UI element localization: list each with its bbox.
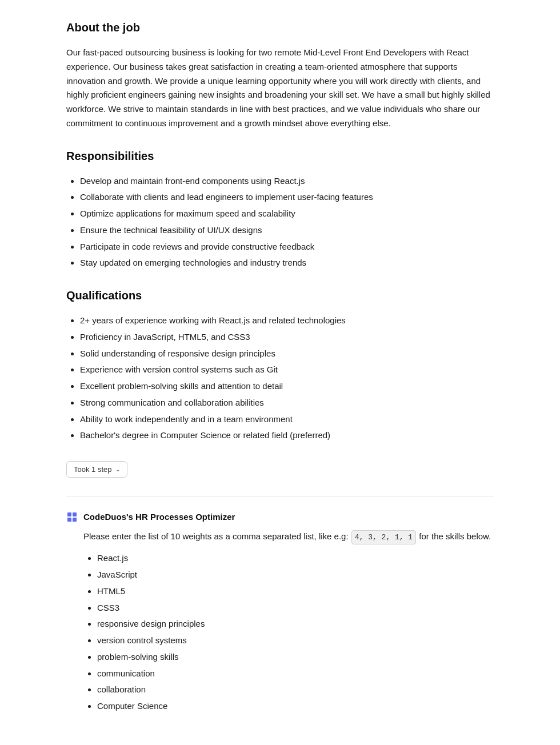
svg-rect-1 (73, 512, 77, 516)
list-item: Computer Science (97, 699, 494, 714)
section-divider (66, 496, 494, 496)
svg-rect-3 (73, 518, 77, 522)
responsibilities-list: Develop and maintain front-end component… (66, 174, 494, 271)
list-item: HTML5 (97, 584, 494, 599)
optimizer-section: CodeDuos's HR Processes Optimizer Please… (66, 510, 494, 718)
list-item: CSS3 (97, 601, 494, 615)
example-code: 4, 3, 2, 1, 1 (351, 530, 416, 544)
optimizer-skills-list: React.js JavaScript HTML5 CSS3 responsiv… (83, 551, 494, 714)
responsibilities-heading: Responsibilities (66, 147, 494, 165)
about-description: Our fast-paced outsourcing business is l… (66, 46, 494, 131)
list-item: 2+ years of experience working with Reac… (80, 314, 494, 328)
chevron-down-icon: ⌄ (115, 466, 120, 472)
description-before: Please enter the list of 10 weights as a… (83, 531, 349, 541)
about-heading: About the job (66, 18, 494, 37)
list-item: Experience with version control systems … (80, 363, 494, 377)
list-item: Proficiency in JavaScript, HTML5, and CS… (80, 330, 494, 345)
list-item: version control systems (97, 634, 494, 648)
optimizer-description: Please enter the list of 10 weights as a… (83, 530, 494, 544)
list-item: problem-solving skills (97, 650, 494, 664)
list-item: Collaborate with clients and lead engine… (80, 190, 494, 205)
list-item: Bachelor's degree in Computer Science or… (80, 428, 494, 443)
list-item: communication (97, 667, 494, 681)
list-item: Solid understanding of responsive design… (80, 347, 494, 361)
qualifications-heading: Qualifications (66, 286, 494, 305)
optimizer-icon (66, 511, 78, 523)
list-item: responsive design principles (97, 617, 494, 631)
list-item: collaboration (97, 683, 494, 697)
svg-rect-2 (67, 518, 71, 522)
page-container: About the job Our fast-paced outsourcing… (0, 0, 560, 736)
list-item: JavaScript (97, 568, 494, 582)
list-item: Participate in code reviews and provide … (80, 240, 494, 254)
took-step-button[interactable]: Took 1 step ⌄ (66, 461, 127, 478)
list-item: Develop and maintain front-end component… (80, 174, 494, 189)
qualifications-list: 2+ years of experience working with Reac… (66, 314, 494, 443)
description-after: for the skills below. (419, 531, 491, 541)
optimizer-content: CodeDuos's HR Processes Optimizer Please… (83, 510, 494, 718)
list-item: Ensure the technical feasibility of UI/U… (80, 223, 494, 238)
list-item: React.js (97, 551, 494, 566)
took-step-label: Took 1 step (74, 465, 112, 474)
list-item: Stay updated on emerging technologies an… (80, 256, 494, 270)
optimizer-title: CodeDuos's HR Processes Optimizer (83, 510, 494, 524)
list-item: Strong communication and collaboration a… (80, 396, 494, 410)
list-item: Optimize applications for maximum speed … (80, 207, 494, 221)
list-item: Excellent problem-solving skills and att… (80, 379, 494, 394)
svg-rect-0 (67, 512, 71, 516)
list-item: Ability to work independently and in a t… (80, 412, 494, 427)
